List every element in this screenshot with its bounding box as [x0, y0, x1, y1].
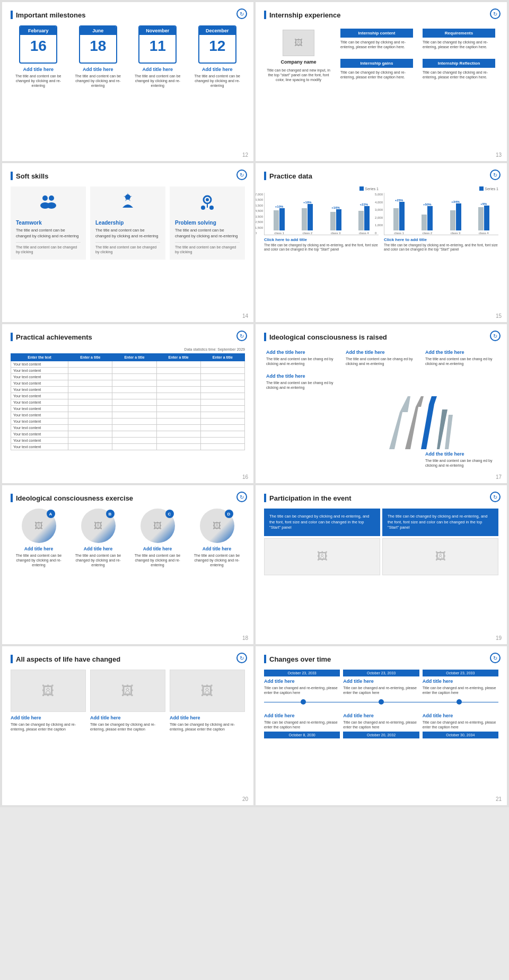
cell-2-4	[200, 374, 244, 380]
ideology-item-3: Add the title here The title and content…	[423, 348, 498, 368]
cell-9-2	[112, 418, 156, 425]
cell-9-4	[200, 418, 244, 425]
exercise-title-1[interactable]: Add title here	[24, 546, 53, 551]
bar-group-2-3: +34% class 3	[442, 200, 469, 235]
timeline-text-top-3: Title can be changed and re-entering, pl…	[423, 685, 498, 695]
timeline-date-bottom-2: October 20, 2032	[343, 732, 419, 738]
cell-1-4	[200, 368, 244, 374]
ideology-title-3[interactable]: Add the title here	[425, 350, 496, 355]
refresh-icon-20[interactable]: ↻	[236, 653, 247, 663]
timeline-title-bottom-3[interactable]: Add title here	[423, 713, 498, 718]
ideology-item-5	[423, 371, 498, 392]
aspect-title-1[interactable]: Add title here	[11, 715, 86, 720]
timeline-top-3: October 23, 2033 Add title here Title ca…	[423, 670, 498, 695]
bar-bg	[330, 212, 336, 230]
refresh-icon-18[interactable]: ↻	[236, 492, 247, 502]
cell-12-2	[112, 438, 156, 444]
company-name[interactable]: Company name	[280, 59, 316, 65]
svg-marker-15	[421, 404, 434, 449]
refresh-icon-19[interactable]: ↻	[490, 492, 501, 502]
cell-6-3	[156, 399, 200, 406]
circle-img-3: 🖼 C	[141, 509, 175, 543]
calendar-december: December 12	[198, 25, 236, 64]
svg-point-7	[206, 198, 209, 201]
exercise-text-2: The title and content can be changed by …	[70, 553, 126, 567]
milestone-title-1[interactable]: Add title here	[23, 67, 54, 72]
skill-title-2[interactable]: Leadership	[95, 220, 160, 226]
timeline-title-bottom-1[interactable]: Add title here	[264, 713, 340, 718]
exercise-title-3[interactable]: Add title here	[143, 546, 172, 551]
cell-8-1	[68, 412, 112, 418]
cell-3-4	[200, 380, 244, 387]
timeline-title-top-3[interactable]: Add title here	[423, 679, 498, 684]
ideology-text-2: The title and content can be chang ed by…	[346, 357, 417, 366]
aspect-card-1: 🖼 Add title here Title can be changed by…	[11, 670, 86, 732]
stats-note: Data statistics time: September 2029	[11, 348, 245, 351]
cell-9-0: Your text content	[11, 418, 68, 425]
exercise-title-2[interactable]: Add title here	[84, 546, 112, 551]
refresh-icon-16[interactable]: ↻	[236, 331, 247, 341]
timeline-top-2: October 23, 2033 Add title here Title ca…	[343, 670, 419, 695]
event-top: The title can be changed by clicking and…	[264, 509, 498, 536]
timeline-text-bottom-3: Title can be changed and re-entering, pl…	[423, 720, 498, 729]
cell-12-1	[68, 438, 112, 444]
aspect-title-2[interactable]: Add title here	[90, 715, 165, 720]
timeline-title-bottom-2[interactable]: Add title here	[343, 713, 419, 718]
cell-10-0: Your text content	[11, 425, 68, 431]
soft-skills-grid: Teamwork The title and content can be ch…	[11, 186, 245, 260]
day-number: 18	[90, 35, 106, 57]
ideology-title-1[interactable]: Add the title here	[266, 350, 337, 355]
refresh-icon-17[interactable]: ↻	[490, 331, 501, 341]
cell-10-4	[200, 425, 244, 431]
month-label: June	[80, 26, 116, 35]
cell-7-4	[200, 406, 244, 412]
calendar-june: June 18	[79, 25, 117, 64]
milestone-title-4[interactable]: Add title here	[202, 67, 233, 72]
intern-box-text-1: Title can be changed by clicking and re-…	[340, 40, 413, 49]
cell-6-1	[68, 399, 112, 406]
slide-14-title: Soft skills	[11, 172, 245, 180]
aspect-text-1: Title can be changed by clicking and re-…	[11, 722, 86, 732]
slide-19-title: Participation in the event	[264, 494, 498, 502]
intern-box-1: Internship content Title can be changed …	[337, 25, 416, 52]
ideology-title-5[interactable]: Add the title here	[425, 451, 496, 457]
milestone-title-3[interactable]: Add title here	[142, 67, 173, 72]
cell-8-2	[112, 412, 156, 418]
timeline-title-top-1[interactable]: Add title here	[264, 679, 340, 684]
exercise-title-4[interactable]: Add title here	[203, 546, 231, 551]
cell-7-2	[112, 406, 156, 412]
svg-point-1	[49, 195, 54, 201]
aspect-title-3[interactable]: Add title here	[170, 715, 245, 720]
internship-layout: 🖼 Company name Title can be changed and …	[264, 25, 498, 83]
timeline-title-top-2[interactable]: Add title here	[343, 679, 419, 684]
refresh-icon-12[interactable]: ↻	[236, 8, 247, 19]
aspect-img-2: 🖼	[90, 670, 165, 712]
ideology-title-2[interactable]: Add the title here	[346, 350, 417, 355]
refresh-icon-14[interactable]: ↻	[236, 170, 247, 180]
refresh-icon-21[interactable]: ↻	[490, 653, 501, 663]
timeline-bottom-2: Add title here Title can be changed and …	[343, 713, 419, 738]
refresh-icon-13[interactable]: ↻	[490, 8, 501, 19]
refresh-icon-15[interactable]: ↻	[490, 170, 501, 180]
exercise-text-3: The title and content can be changed by …	[129, 553, 186, 567]
cell-13-4	[200, 444, 244, 450]
milestone-title-2[interactable]: Add title here	[83, 67, 113, 72]
cell-1-2	[112, 368, 156, 374]
milestone-text-2: The title and content can be changed by …	[71, 74, 126, 88]
practice-data-grid: Series 1 7,0006,5005,5004,5003,5002,5001…	[264, 186, 498, 252]
skill-text-1: The title and content can be changed by …	[16, 228, 81, 239]
chart-1-click-title[interactable]: Click here to add title	[264, 237, 379, 242]
slide-number-20: 20	[242, 796, 248, 802]
chart-2-click-title[interactable]: Click here to add title	[384, 237, 498, 242]
ideology-title-4[interactable]: Add the title here	[266, 373, 337, 379]
slide-20: All aspects of life have changed ↻ 🖼 Add…	[2, 646, 253, 805]
bar-primary	[456, 203, 461, 230]
chart-1-legend: Series 1	[264, 186, 379, 191]
bar-group-2-4: +5% class 4	[470, 202, 497, 235]
cell-1-0: Your text content	[11, 368, 68, 374]
event-img-2: 🖼	[382, 538, 498, 575]
bar-group-2-2: +50% class 2	[414, 203, 441, 235]
skill-title-1[interactable]: Teamwork	[16, 220, 81, 226]
intern-box-header-2: Requirements	[423, 29, 495, 38]
skill-title-3[interactable]: Problem solving	[175, 220, 240, 226]
